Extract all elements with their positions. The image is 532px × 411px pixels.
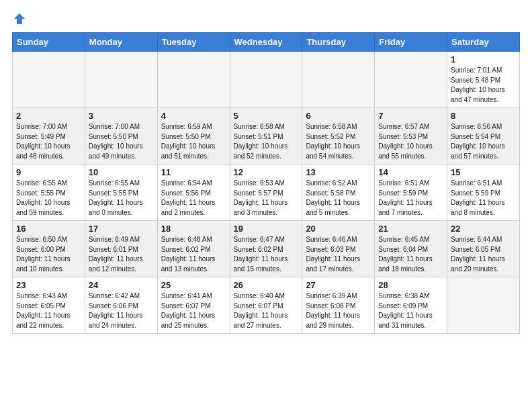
day-info: Sunrise: 6:44 AM Sunset: 6:05 PM Dayligh… xyxy=(451,235,516,274)
day-number: 12 xyxy=(234,167,299,177)
calendar-day-cell: 15Sunrise: 6:51 AM Sunset: 5:59 PM Dayli… xyxy=(447,165,520,221)
calendar-day-cell: 19Sunrise: 6:47 AM Sunset: 6:02 PM Dayli… xyxy=(230,221,302,277)
calendar-day-cell: 21Sunrise: 6:45 AM Sunset: 6:04 PM Dayli… xyxy=(375,221,447,277)
weekday-header-sunday: Sunday xyxy=(13,33,85,52)
calendar-day-cell xyxy=(13,52,85,108)
calendar-day-cell: 12Sunrise: 6:53 AM Sunset: 5:57 PM Dayli… xyxy=(230,165,302,221)
calendar-week-row: 16Sunrise: 6:50 AM Sunset: 6:00 PM Dayli… xyxy=(13,221,520,277)
day-number: 18 xyxy=(161,224,226,234)
day-info: Sunrise: 6:51 AM Sunset: 5:59 PM Dayligh… xyxy=(451,179,516,218)
calendar-day-cell: 28Sunrise: 6:38 AM Sunset: 6:09 PM Dayli… xyxy=(375,277,447,334)
day-info: Sunrise: 7:00 AM Sunset: 5:49 PM Dayligh… xyxy=(16,122,81,161)
day-number: 3 xyxy=(89,111,154,121)
day-info: Sunrise: 6:59 AM Sunset: 5:50 PM Dayligh… xyxy=(161,122,226,161)
day-number: 28 xyxy=(378,280,443,290)
calendar-day-cell xyxy=(85,52,157,108)
calendar-week-row: 1Sunrise: 7:01 AM Sunset: 5:48 PM Daylig… xyxy=(13,52,520,108)
day-info: Sunrise: 6:58 AM Sunset: 5:52 PM Dayligh… xyxy=(306,122,371,161)
day-info: Sunrise: 7:00 AM Sunset: 5:50 PM Dayligh… xyxy=(89,122,154,161)
calendar-week-row: 2Sunrise: 7:00 AM Sunset: 5:49 PM Daylig… xyxy=(13,108,520,165)
calendar-day-cell: 27Sunrise: 6:39 AM Sunset: 6:08 PM Dayli… xyxy=(302,277,375,334)
day-info: Sunrise: 6:46 AM Sunset: 6:03 PM Dayligh… xyxy=(306,235,371,274)
day-number: 21 xyxy=(378,224,443,234)
calendar-day-cell xyxy=(375,52,447,108)
day-number: 9 xyxy=(16,167,81,177)
day-number: 23 xyxy=(16,280,81,290)
day-number: 22 xyxy=(451,224,516,234)
calendar-day-cell: 1Sunrise: 7:01 AM Sunset: 5:48 PM Daylig… xyxy=(447,52,520,108)
day-info: Sunrise: 6:45 AM Sunset: 6:04 PM Dayligh… xyxy=(378,235,443,274)
day-info: Sunrise: 6:51 AM Sunset: 5:59 PM Dayligh… xyxy=(378,179,443,218)
calendar-week-row: 23Sunrise: 6:43 AM Sunset: 6:05 PM Dayli… xyxy=(13,277,520,334)
svg-marker-0 xyxy=(14,13,25,24)
weekday-header-thursday: Thursday xyxy=(302,33,375,52)
day-info: Sunrise: 6:56 AM Sunset: 5:54 PM Dayligh… xyxy=(451,122,516,161)
day-number: 27 xyxy=(306,280,371,290)
calendar-day-cell: 16Sunrise: 6:50 AM Sunset: 6:00 PM Dayli… xyxy=(13,221,85,277)
calendar-day-cell: 23Sunrise: 6:43 AM Sunset: 6:05 PM Dayli… xyxy=(13,277,85,334)
calendar-day-cell: 10Sunrise: 6:55 AM Sunset: 5:55 PM Dayli… xyxy=(85,165,157,221)
calendar-day-cell: 2Sunrise: 7:00 AM Sunset: 5:49 PM Daylig… xyxy=(13,108,85,165)
day-number: 16 xyxy=(16,224,81,234)
calendar-day-cell: 24Sunrise: 6:42 AM Sunset: 6:06 PM Dayli… xyxy=(85,277,157,334)
day-info: Sunrise: 6:58 AM Sunset: 5:51 PM Dayligh… xyxy=(234,122,299,161)
calendar-day-cell: 11Sunrise: 6:54 AM Sunset: 5:56 PM Dayli… xyxy=(157,165,230,221)
day-number: 17 xyxy=(89,224,154,234)
day-number: 4 xyxy=(161,111,226,121)
day-number: 10 xyxy=(89,167,154,177)
day-info: Sunrise: 6:48 AM Sunset: 6:02 PM Dayligh… xyxy=(161,235,226,274)
weekday-header-saturday: Saturday xyxy=(447,33,520,52)
day-number: 14 xyxy=(378,167,443,177)
calendar-day-cell xyxy=(447,277,520,334)
logo xyxy=(12,12,27,26)
calendar-day-cell: 8Sunrise: 6:56 AM Sunset: 5:54 PM Daylig… xyxy=(447,108,520,165)
calendar-day-cell: 3Sunrise: 7:00 AM Sunset: 5:50 PM Daylig… xyxy=(85,108,157,165)
day-number: 2 xyxy=(16,111,81,121)
day-info: Sunrise: 7:01 AM Sunset: 5:48 PM Dayligh… xyxy=(451,66,516,105)
calendar-day-cell: 22Sunrise: 6:44 AM Sunset: 6:05 PM Dayli… xyxy=(447,221,520,277)
day-number: 5 xyxy=(234,111,299,121)
day-number: 19 xyxy=(234,224,299,234)
calendar-day-cell: 6Sunrise: 6:58 AM Sunset: 5:52 PM Daylig… xyxy=(302,108,375,165)
day-number: 11 xyxy=(161,167,226,177)
day-info: Sunrise: 6:38 AM Sunset: 6:09 PM Dayligh… xyxy=(378,291,443,330)
header xyxy=(12,12,520,26)
calendar-day-cell: 5Sunrise: 6:58 AM Sunset: 5:51 PM Daylig… xyxy=(230,108,302,165)
day-info: Sunrise: 6:55 AM Sunset: 5:55 PM Dayligh… xyxy=(89,179,154,218)
day-info: Sunrise: 6:57 AM Sunset: 5:53 PM Dayligh… xyxy=(378,122,443,161)
page: SundayMondayTuesdayWednesdayThursdayFrid… xyxy=(0,0,532,411)
calendar-week-row: 9Sunrise: 6:55 AM Sunset: 5:55 PM Daylig… xyxy=(13,165,520,221)
day-number: 15 xyxy=(451,167,516,177)
day-info: Sunrise: 6:52 AM Sunset: 5:58 PM Dayligh… xyxy=(306,179,371,218)
calendar-day-cell xyxy=(230,52,302,108)
calendar-day-cell: 26Sunrise: 6:40 AM Sunset: 6:07 PM Dayli… xyxy=(230,277,302,334)
day-info: Sunrise: 6:42 AM Sunset: 6:06 PM Dayligh… xyxy=(89,291,154,330)
day-info: Sunrise: 6:50 AM Sunset: 6:00 PM Dayligh… xyxy=(16,235,81,274)
day-info: Sunrise: 6:55 AM Sunset: 5:55 PM Dayligh… xyxy=(16,179,81,218)
calendar-day-cell: 13Sunrise: 6:52 AM Sunset: 5:58 PM Dayli… xyxy=(302,165,375,221)
weekday-header-wednesday: Wednesday xyxy=(230,33,302,52)
weekday-header-friday: Friday xyxy=(375,33,447,52)
day-info: Sunrise: 6:53 AM Sunset: 5:57 PM Dayligh… xyxy=(234,179,299,218)
day-number: 8 xyxy=(451,111,516,121)
calendar-day-cell: 14Sunrise: 6:51 AM Sunset: 5:59 PM Dayli… xyxy=(375,165,447,221)
calendar-day-cell: 17Sunrise: 6:49 AM Sunset: 6:01 PM Dayli… xyxy=(85,221,157,277)
day-info: Sunrise: 6:47 AM Sunset: 6:02 PM Dayligh… xyxy=(234,235,299,274)
day-number: 25 xyxy=(161,280,226,290)
weekday-header-tuesday: Tuesday xyxy=(157,33,230,52)
day-info: Sunrise: 6:41 AM Sunset: 6:07 PM Dayligh… xyxy=(161,291,226,330)
day-info: Sunrise: 6:43 AM Sunset: 6:05 PM Dayligh… xyxy=(16,291,81,330)
day-number: 26 xyxy=(234,280,299,290)
day-number: 20 xyxy=(306,224,371,234)
day-number: 6 xyxy=(306,111,371,121)
calendar-table: SundayMondayTuesdayWednesdayThursdayFrid… xyxy=(12,32,520,334)
calendar-day-cell: 4Sunrise: 6:59 AM Sunset: 5:50 PM Daylig… xyxy=(157,108,230,165)
calendar-day-cell: 9Sunrise: 6:55 AM Sunset: 5:55 PM Daylig… xyxy=(13,165,85,221)
day-number: 24 xyxy=(89,280,154,290)
day-number: 1 xyxy=(451,54,516,64)
calendar-day-cell: 25Sunrise: 6:41 AM Sunset: 6:07 PM Dayli… xyxy=(157,277,230,334)
day-info: Sunrise: 6:39 AM Sunset: 6:08 PM Dayligh… xyxy=(306,291,371,330)
day-number: 13 xyxy=(306,167,371,177)
day-info: Sunrise: 6:49 AM Sunset: 6:01 PM Dayligh… xyxy=(89,235,154,274)
day-info: Sunrise: 6:40 AM Sunset: 6:07 PM Dayligh… xyxy=(234,291,299,330)
